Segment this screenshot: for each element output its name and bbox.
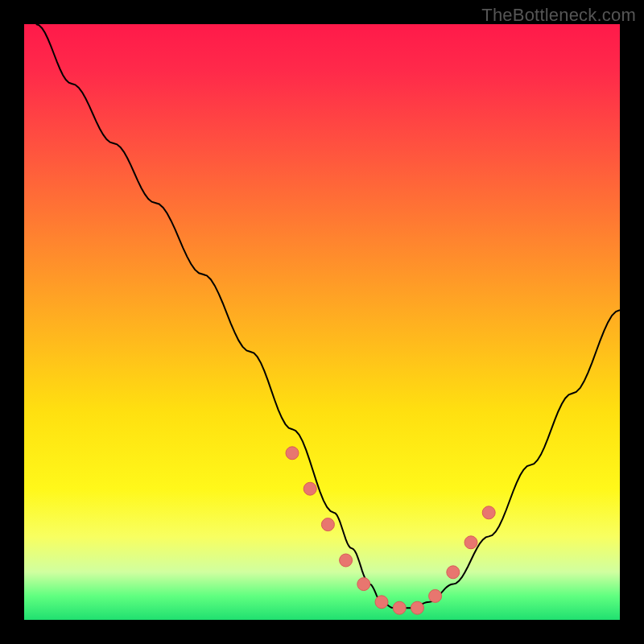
chart-overlay <box>24 24 620 620</box>
highlight-dots <box>286 447 495 614</box>
highlight-dot <box>321 518 334 531</box>
highlight-dot <box>447 566 460 579</box>
highlight-dot <box>375 596 388 609</box>
highlight-dot <box>411 601 423 614</box>
highlight-dot <box>429 589 442 602</box>
highlight-dot <box>303 482 316 495</box>
highlight-dot <box>286 447 299 460</box>
highlight-dot <box>393 601 406 614</box>
highlight-dot <box>357 578 370 591</box>
highlight-dot <box>340 554 353 567</box>
watermark-text: TheBottleneck.com <box>481 5 636 26</box>
highlight-dot <box>482 506 495 519</box>
highlight-dot <box>464 536 477 549</box>
